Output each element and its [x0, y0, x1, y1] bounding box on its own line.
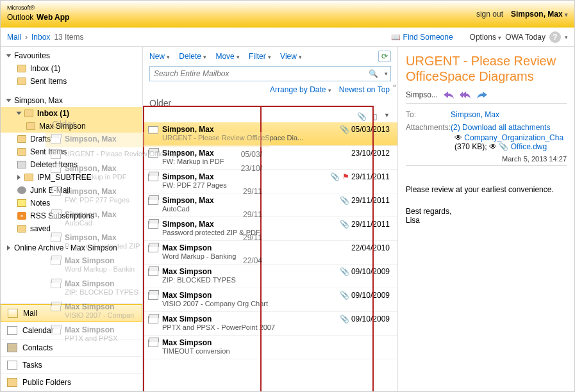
help-icon[interactable]: ? [549, 31, 561, 43]
folder-saved[interactable]: saved [1, 222, 142, 235]
online-archive[interactable]: Online Archive - Max Simpson [1, 241, 142, 254]
reading-timestamp: March 5, 2013 14:27 [406, 155, 567, 163]
envelope-icon [148, 126, 158, 134]
envelope-icon [148, 174, 158, 181]
fav-sent[interactable]: Sent Items [1, 75, 142, 88]
signout-link[interactable]: sign out [476, 10, 503, 19]
nav-calendar[interactable]: Calendar [1, 322, 142, 339]
folder-drafts[interactable]: Drafts [1, 133, 142, 145]
message-row[interactable]: Simpson, MaxPassword protected ZIP & PDF… [143, 217, 397, 241]
folder-sent[interactable]: Sent Items [1, 145, 142, 158]
message-row[interactable]: Max SimpsonZIP: BLOCKED TYPES📎 09/10/200… [143, 265, 397, 288]
current-user[interactable]: Simpson, Max ▾ [511, 10, 568, 19]
envelope-icon [148, 197, 158, 205]
folder-maxsimpson[interactable]: Max Simpson [1, 120, 142, 133]
message-list[interactable]: Simpson, MaxURGENT - Please Review Offic… [143, 122, 397, 391]
logo: Microsoft® Outlook Web App [7, 5, 69, 23]
delete-button[interactable]: Delete ▾ [179, 52, 206, 61]
nav-mail[interactable]: Mail [1, 304, 142, 322]
folder-rss[interactable]: »RSS Subscriptions [1, 209, 142, 222]
group-older: Older [143, 95, 397, 111]
reading-body: Please review at your earliest convenien… [406, 185, 567, 225]
message-row[interactable]: Simpson, MaxFW: PDF 277 Pages📎 ⚑ 29/11/2… [143, 170, 397, 193]
owa-today[interactable]: OWA Today [505, 33, 546, 42]
forward-icon[interactable] [476, 90, 488, 99]
nav-public-folders[interactable]: Public Folders [1, 374, 142, 391]
item-count: 13 Items [54, 33, 83, 42]
search-icon[interactable]: 🔍 [365, 69, 382, 78]
folder-notes[interactable]: Notes [1, 197, 142, 209]
expand-icon[interactable]: « [393, 83, 396, 89]
fav-inbox[interactable]: Inbox (1) [1, 62, 142, 75]
message-row[interactable]: Simpson, MaxAutoCad📎 29/11/2011 [143, 193, 397, 217]
mail-link[interactable]: Mail [7, 33, 21, 42]
find-someone[interactable]: 📖 Find Someone [391, 33, 453, 42]
view-button[interactable]: View ▾ [280, 52, 302, 61]
message-row[interactable]: Max SimpsonTIMEOUT conversion [143, 336, 397, 359]
envelope-icon [148, 292, 158, 300]
filter-icon[interactable]: ▼ [384, 112, 390, 121]
envelope-icon [148, 339, 158, 347]
attachment-2[interactable]: Office.dwg [511, 142, 547, 151]
message-row[interactable]: Max SimpsonPPTX and PPSX - PowerPoint 20… [143, 312, 397, 336]
favourites-header[interactable]: Favourites [1, 49, 142, 62]
arrange-by[interactable]: Arrange by Date ▾ [270, 85, 331, 94]
reading-to[interactable]: Simpson, Max [451, 110, 499, 119]
message-row[interactable]: Max SimpsonWord Markup - Banking22/04/20… [143, 241, 397, 265]
options-menu[interactable]: Options ▾ [470, 33, 502, 42]
envelope-icon [148, 268, 158, 276]
envelope-icon [148, 150, 158, 158]
reading-subject: URGENT - Please Review OfficeSpace Diagr… [406, 53, 567, 84]
att-count[interactable]: (2) [451, 123, 460, 132]
flag-column-icon: ▯ [373, 112, 378, 121]
move-button[interactable]: Move ▾ [215, 52, 240, 61]
message-row[interactable]: Simpson, MaxURGENT - Please Review Offic… [143, 122, 397, 146]
header: Microsoft® Outlook Web App sign out Simp… [1, 1, 574, 28]
bottom-nav: Mail Calendar Contacts Tasks Public Fold… [1, 304, 142, 391]
attachment-1[interactable]: Company_Organization_Cha [464, 133, 563, 142]
message-row[interactable]: Simpson, MaxFW: Markup in PDF23/10/2012 [143, 146, 397, 170]
filter-button[interactable]: Filter ▾ [249, 52, 271, 61]
reading-from: Simpso... [406, 90, 438, 99]
new-button[interactable]: New ▾ [149, 52, 170, 61]
message-list-pane: New ▾ Delete ▾ Move ▾ Filter ▾ View ▾ ⟳ … [143, 47, 398, 391]
envelope-icon [148, 316, 158, 323]
envelope-icon [148, 221, 158, 229]
folder-ipm[interactable]: IPM_SUBTREE [1, 171, 142, 184]
mailbox-root[interactable]: Simpson, Max [1, 94, 142, 107]
attachment-column-icon: 📎 [357, 112, 367, 121]
reply-all-icon[interactable] [460, 90, 471, 99]
refresh-icon[interactable]: ⟳ [378, 51, 391, 62]
sort-order[interactable]: Newest on Top [339, 85, 390, 94]
nav-tasks[interactable]: Tasks [1, 357, 142, 374]
envelope-icon [148, 245, 158, 252]
inbox-link[interactable]: Inbox [31, 33, 50, 42]
sidebar: Favourites Inbox (1) Sent Items Simpson,… [1, 47, 143, 391]
folder-deleted[interactable]: Deleted Items [1, 158, 142, 171]
folder-inbox[interactable]: Inbox (1) [1, 107, 142, 120]
reading-pane: URGENT - Please Review OfficeSpace Diagr… [398, 47, 574, 391]
folder-junk[interactable]: Junk E-Mail [1, 184, 142, 197]
search-box[interactable]: 🔍 ▾ [149, 66, 391, 81]
search-input[interactable] [150, 67, 365, 81]
reply-icon[interactable] [443, 90, 454, 99]
message-row[interactable]: Max SimpsonVISIO 2007 - Company Org Char… [143, 288, 397, 312]
nav-contacts[interactable]: Contacts [1, 339, 142, 357]
download-all[interactable]: Download all attachments [462, 123, 550, 132]
toolbar: Mail › Inbox 13 Items 📖 Find Someone Opt… [1, 28, 574, 47]
